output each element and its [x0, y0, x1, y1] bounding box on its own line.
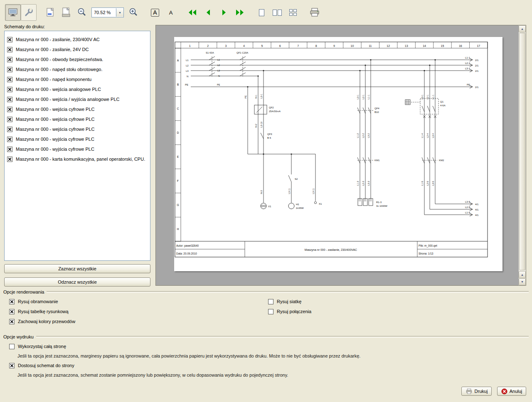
schematic-list-item[interactable]: Maszyna nr 000 - wyjścia cyfrowe PLC — [7, 134, 148, 144]
schematic-item-checkbox[interactable] — [7, 47, 12, 52]
svg-text:L1-2: L1-2 — [357, 133, 359, 138]
print-option-checkbox[interactable] — [9, 363, 15, 368]
schematic-list-item[interactable]: Maszyna nr 000 - wejścia cyfrowe PLC — [7, 114, 148, 124]
print-toolbar-button[interactable] — [307, 4, 323, 21]
render-option-checkbox[interactable] — [9, 309, 15, 314]
first-page-button[interactable] — [185, 4, 200, 21]
schematic-item-checkbox[interactable] — [7, 117, 12, 122]
schematic-list-item[interactable]: Maszyna nr 000 - wyjścia cyfrowe PLC — [7, 144, 148, 154]
render-option[interactable]: Rysuj tabelkę rysunkową — [9, 306, 75, 316]
schematic-item-checkbox[interactable] — [7, 37, 12, 42]
select-all-button[interactable]: Zaznacz wszystkie — [4, 264, 150, 273]
schematic-item-checkbox[interactable] — [7, 127, 12, 132]
svg-text:4/1: 4/1 — [475, 203, 479, 206]
render-option[interactable]: Rysuj siatkę — [268, 297, 311, 306]
schematic-item-checkbox[interactable] — [7, 97, 12, 102]
printer-icon — [466, 388, 473, 395]
print-option-checkbox[interactable] — [9, 344, 15, 349]
schematic-list-item[interactable]: Maszyna nr 000 - wejścia cyfrowe PLC — [7, 124, 148, 134]
svg-text:3: 3 — [225, 44, 227, 47]
schematic-item-label: Maszyna nr 000 - wejścia / wyjścia analo… — [16, 97, 119, 102]
svg-text:L3-11: L3-11 — [312, 188, 315, 194]
last-page-button[interactable] — [232, 4, 248, 21]
schematic-item-checkbox[interactable] — [7, 107, 12, 112]
schematic-item-checkbox[interactable] — [7, 67, 12, 72]
svg-text:4/1: 4/1 — [475, 208, 479, 211]
deselect-all-button[interactable]: Odznacz wszystkie — [4, 277, 150, 287]
svg-text:V1: V1 — [268, 205, 271, 208]
svg-text:N-2: N-2 — [255, 124, 257, 127]
svg-text:L2-3: L2-3 — [362, 181, 365, 186]
schematic-list-item[interactable]: Maszyna nr 000 - obwody bezpieczeństwa. — [7, 54, 148, 64]
render-option-label: Rysuj połączenia — [277, 309, 311, 314]
render-option-checkbox[interactable] — [9, 299, 15, 304]
svg-text:4-6A: 4-6A — [440, 104, 446, 107]
single-page-view-button[interactable] — [254, 4, 269, 21]
page-setup-icon — [45, 7, 55, 18]
svg-text:N: N — [218, 75, 220, 77]
page-setup-button[interactable] — [42, 4, 58, 21]
zoom-out-icon — [76, 7, 87, 18]
svg-text:25A/30mA: 25A/30mA — [269, 110, 281, 113]
schematic-item-checkbox[interactable] — [7, 147, 12, 152]
print-option[interactable]: Dostosuj schemat do strony — [9, 360, 525, 370]
zoom-level-combo[interactable]: 70.52 % ▼ — [91, 7, 124, 17]
render-option-checkbox[interactable] — [268, 309, 273, 314]
schematic-list-item[interactable]: Maszyna nr 000 - wejścia analogowe PLC — [7, 84, 148, 94]
svg-text:12: 12 — [387, 44, 390, 47]
fit-width-button[interactable]: A — [163, 4, 179, 21]
scroll-up-button[interactable]: ▲ — [519, 25, 526, 32]
scrollbar-thumb[interactable] — [519, 33, 525, 270]
fit-width-icon: A — [169, 10, 173, 16]
svg-text:L2-1: L2-1 — [362, 95, 365, 99]
svg-text:A: A — [177, 59, 179, 62]
schematic-list-item[interactable]: Maszyna nr 000 - wejścia cyfrowe PLC — [7, 104, 148, 114]
schematic-item-checkbox[interactable] — [7, 77, 12, 82]
schematic-list-item[interactable]: Maszyna nr 000 - karta komunikacyjna, pa… — [7, 154, 148, 164]
render-option-label: Rysuj obramowanie — [18, 299, 58, 304]
schematic-list-item[interactable]: Maszyna nr 000 - napęd komponentu — [7, 74, 148, 84]
next-page-button[interactable] — [216, 4, 232, 21]
render-option-checkbox[interactable] — [268, 299, 273, 304]
svg-text:L2: L2 — [217, 64, 220, 66]
svg-text:QF2: QF2 — [269, 106, 274, 109]
render-option[interactable]: Rysuj połączenia — [268, 306, 311, 316]
schematic-item-checkbox[interactable] — [7, 157, 12, 162]
vertical-scrollbar[interactable]: ▲ ▲ ▼ — [519, 25, 526, 285]
grid-view-button[interactable] — [285, 4, 301, 21]
cancel-button-label: Anuluj — [510, 389, 522, 394]
scroll-down-button[interactable]: ▼ — [519, 278, 526, 285]
svg-text:N-3: N-3 — [260, 190, 263, 194]
cancel-button[interactable]: Anuluj — [497, 387, 526, 396]
schematic-list-item[interactable]: Maszyna nr 000 - wejścia / wyjścia analo… — [7, 94, 148, 104]
schematic-item-checkbox[interactable] — [7, 57, 12, 62]
svg-text:L3-2: L3-2 — [367, 133, 370, 138]
arrow-up-icon: ▲ — [521, 273, 524, 276]
preview-mode-button[interactable] — [5, 4, 21, 21]
print-settings-button[interactable] — [21, 4, 37, 21]
render-option[interactable]: Zachowaj kolory przewodów — [9, 316, 75, 326]
schematic-item-checkbox[interactable] — [7, 87, 12, 92]
render-option-checkbox[interactable] — [9, 319, 15, 324]
printer-options-button[interactable] — [58, 4, 74, 21]
schematic-list-item[interactable]: Maszyna nr 000 - napęd stołu obrotowego. — [7, 64, 148, 74]
schematic-list-item[interactable]: Maszyna nr 000 - zasilanie, 230/400V AC — [7, 34, 148, 44]
svg-text:B10: B10 — [374, 111, 379, 113]
zoom-dropdown-button[interactable]: ▼ — [116, 8, 123, 17]
svg-text:KM1: KM1 — [374, 159, 380, 162]
svg-text:QF3: QF3 — [267, 133, 272, 135]
svg-text:E: E — [177, 155, 179, 158]
zoom-out-button[interactable] — [74, 4, 90, 21]
print-button[interactable]: Drukuj — [461, 387, 492, 396]
schematic-item-checkbox[interactable] — [7, 137, 12, 142]
print-option[interactable]: Wykorzystaj całą stronę — [9, 341, 525, 351]
svg-text:S1 63A: S1 63A — [206, 51, 214, 54]
schematic-list-item[interactable]: Maszyna nr 000 - zasilanie, 24V DC — [7, 44, 148, 54]
render-option[interactable]: Rysuj obramowanie — [9, 297, 75, 306]
facing-pages-view-button[interactable] — [269, 4, 285, 21]
schematics-list[interactable]: Maszyna nr 000 - zasilanie, 230/400V ACM… — [4, 31, 150, 261]
previous-page-button[interactable] — [200, 4, 216, 21]
scroll-up-secondary-button[interactable]: ▲ — [519, 271, 526, 278]
fit-page-button[interactable]: A — [147, 4, 163, 21]
zoom-in-button[interactable] — [126, 4, 141, 21]
